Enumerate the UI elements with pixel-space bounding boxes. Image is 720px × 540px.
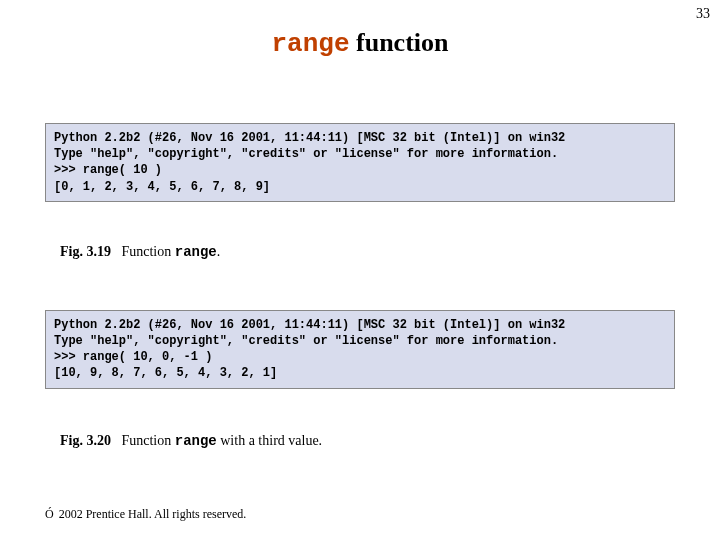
- caption1-label: Fig. 3.19: [60, 244, 111, 259]
- code2-line1: Python 2.2b2 (#26, Nov 16 2001, 11:44:11…: [54, 318, 565, 332]
- caption2-post: with a third value.: [217, 433, 322, 448]
- code2-line4: [10, 9, 8, 7, 6, 5, 4, 3, 2, 1]: [54, 366, 277, 380]
- code1-line3: >>> range( 10 ): [54, 163, 162, 177]
- figure-caption-1: Fig. 3.19 Function range.: [60, 244, 720, 260]
- caption2-label: Fig. 3.20: [60, 433, 111, 448]
- code-block-1: Python 2.2b2 (#26, Nov 16 2001, 11:44:11…: [45, 123, 675, 202]
- page-title: range function: [0, 28, 720, 59]
- page-number: 33: [696, 6, 710, 22]
- copyright-symbol: Ó: [45, 507, 54, 521]
- caption1-pre: Function: [121, 244, 174, 259]
- caption2-pre: Function: [121, 433, 174, 448]
- code1-line4: [0, 1, 2, 3, 4, 5, 6, 7, 8, 9]: [54, 180, 270, 194]
- footer-text: 2002 Prentice Hall. All rights reserved.: [56, 507, 247, 521]
- code2-line3: >>> range( 10, 0, -1 ): [54, 350, 212, 364]
- code1-line1: Python 2.2b2 (#26, Nov 16 2001, 11:44:11…: [54, 131, 565, 145]
- caption1-mono: range: [175, 244, 217, 260]
- code2-line2: Type "help", "copyright", "credits" or "…: [54, 334, 558, 348]
- footer-copyright: Ó 2002 Prentice Hall. All rights reserve…: [45, 507, 246, 522]
- caption1-post: .: [217, 244, 221, 259]
- code1-line2: Type "help", "copyright", "credits" or "…: [54, 147, 558, 161]
- caption2-mono: range: [175, 433, 217, 449]
- title-rest: function: [350, 28, 449, 57]
- title-code-word: range: [272, 29, 350, 59]
- code-block-2: Python 2.2b2 (#26, Nov 16 2001, 11:44:11…: [45, 310, 675, 389]
- figure-caption-2: Fig. 3.20 Function range with a third va…: [60, 433, 720, 449]
